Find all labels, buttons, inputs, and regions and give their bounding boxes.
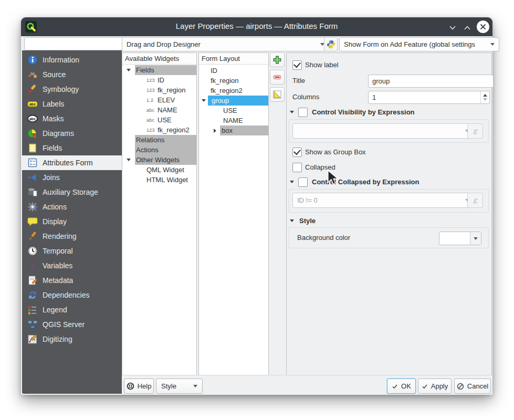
tree-item-html-widget[interactable]: HTML Widget bbox=[122, 175, 196, 185]
spin-up-icon[interactable] bbox=[483, 94, 487, 97]
style-dropdown-button[interactable]: Style bbox=[156, 379, 203, 394]
ok-button[interactable]: OK bbox=[387, 379, 416, 394]
layout-item-label: USE bbox=[223, 107, 237, 114]
collapse-triangle-icon[interactable] bbox=[290, 181, 294, 183]
sidebar-item-attributes-form[interactable]: Attributes Form bbox=[22, 155, 122, 170]
help-icon bbox=[127, 382, 134, 390]
control-visibility-checkbox[interactable] bbox=[298, 108, 308, 117]
remove-widget-button[interactable] bbox=[270, 70, 285, 85]
layout-item-label: fk_region bbox=[211, 77, 238, 85]
sidebar-item-joins[interactable]: Joins bbox=[22, 170, 122, 185]
add-widget-button[interactable] bbox=[270, 52, 285, 67]
tree-item-field[interactable]: 123fk_region bbox=[122, 85, 196, 95]
search-box[interactable] bbox=[24, 37, 129, 50]
designer-mode-value: Drag and Drop Designer bbox=[127, 40, 201, 48]
sidebar-item-metadata[interactable]: Metadata bbox=[22, 273, 122, 288]
tree-item-box[interactable]: box bbox=[199, 125, 268, 135]
control-collapsed-checkbox[interactable] bbox=[298, 177, 308, 187]
tree-group-actions[interactable]: Actions bbox=[122, 145, 196, 155]
sidebar-item-variables[interactable]: ε Variables bbox=[22, 258, 122, 273]
tree-item-qml-widget[interactable]: QML Widget bbox=[122, 165, 196, 175]
tree-item-name[interactable]: NAME bbox=[199, 116, 268, 125]
sidebar-item-qgis-server[interactable]: QGIS Server bbox=[22, 317, 122, 332]
columns-spinbox[interactable]: 1 bbox=[368, 91, 490, 104]
titlebar[interactable]: Layer Properties — airports — Attributes… bbox=[21, 17, 492, 36]
sidebar-item-information[interactable]: Information bbox=[22, 52, 122, 67]
tree-item-field[interactable]: 1.2ELEV bbox=[122, 95, 196, 105]
sidebar-item-label: Actions bbox=[43, 203, 67, 211]
spin-down-icon[interactable] bbox=[483, 98, 487, 101]
sidebar-item-symbology[interactable]: Symbology bbox=[22, 82, 122, 97]
symbology-icon bbox=[27, 84, 38, 94]
legend-icon bbox=[27, 304, 38, 315]
apply-button[interactable]: Apply bbox=[418, 379, 452, 394]
sidebar-item-label: Attributes Form bbox=[43, 159, 93, 167]
visibility-expression-builder-button[interactable]: ε bbox=[467, 123, 483, 139]
form-open-mode-select[interactable]: Show Form on Add Feature (global setting… bbox=[339, 37, 499, 51]
tree-group-label: Other Widgets bbox=[136, 156, 180, 164]
sidebar-item-actions[interactable]: Actions bbox=[22, 200, 122, 214]
sidebar-item-auxiliary-storage[interactable]: Auxiliary Storage bbox=[22, 185, 122, 200]
collapsed-expression-builder-button[interactable]: ε bbox=[467, 193, 483, 208]
tree-group-label: Actions bbox=[136, 146, 159, 154]
visibility-expression-select[interactable] bbox=[292, 123, 474, 139]
sidebar-item-digitizing[interactable]: Digitizing bbox=[22, 332, 122, 346]
expander-down-icon[interactable] bbox=[127, 159, 131, 161]
spinner-buttons[interactable] bbox=[480, 91, 489, 103]
tree-group-relations[interactable]: Relations bbox=[122, 135, 196, 145]
sidebar-item-legend[interactable]: Legend bbox=[22, 302, 122, 317]
tree-item-field[interactable]: 123fk_region2 bbox=[122, 125, 196, 135]
show-as-group-box-text: Show as Group Box bbox=[305, 148, 366, 156]
python-init-button[interactable] bbox=[324, 37, 338, 51]
shade-button[interactable] bbox=[448, 24, 457, 33]
tree-group-label: Relations bbox=[136, 136, 164, 144]
title-input[interactable] bbox=[368, 75, 494, 88]
expander-down-icon[interactable] bbox=[202, 99, 206, 102]
tree-item-id[interactable]: ID bbox=[199, 66, 268, 76]
sidebar-item-labels[interactable]: abc Labels bbox=[22, 97, 122, 111]
sidebar-item-fields[interactable]: Fields bbox=[22, 141, 122, 155]
tree-group-fields[interactable]: Fields bbox=[122, 65, 196, 75]
field-type-icon: 123 bbox=[146, 128, 158, 133]
maximize-button[interactable] bbox=[463, 24, 471, 33]
sidebar-item-masks[interactable]: abc Masks bbox=[22, 111, 122, 126]
designer-mode-select[interactable]: Drag and Drop Designer bbox=[122, 37, 329, 51]
tree-item-field[interactable]: 123ID bbox=[122, 75, 196, 85]
sidebar-item-label: Temporal bbox=[43, 247, 73, 255]
color-dropdown-button[interactable] bbox=[470, 232, 481, 245]
expander-right-icon[interactable] bbox=[214, 129, 216, 133]
sidebar-item-rendering[interactable]: Rendering bbox=[22, 229, 122, 244]
collapse-triangle-icon[interactable] bbox=[290, 219, 294, 222]
sidebar-item-display[interactable]: Display bbox=[22, 214, 122, 229]
sidebar-item-temporal[interactable]: Temporal bbox=[22, 244, 122, 258]
edit-widget-icon bbox=[272, 90, 282, 99]
tree-item-field[interactable]: abcUSE bbox=[122, 115, 196, 125]
show-as-group-box-checkbox[interactable] bbox=[292, 148, 302, 157]
show-label-checkbox[interactable] bbox=[292, 60, 302, 70]
sidebar-item-diagrams[interactable]: Diagrams bbox=[22, 126, 122, 141]
cancel-label: Cancel bbox=[467, 382, 488, 390]
tree-item-fk-region2[interactable]: fk_region2 bbox=[199, 86, 268, 96]
collapsed-checkbox[interactable] bbox=[292, 163, 302, 172]
edit-widget-button[interactable] bbox=[270, 87, 285, 102]
sidebar-item-source[interactable]: Source bbox=[22, 67, 122, 82]
control-collapsed-text: Control Collapsed by Expression bbox=[312, 178, 419, 186]
collapsed-expression-select[interactable]: ID != 0 bbox=[292, 193, 474, 208]
joins-icon bbox=[27, 172, 38, 183]
background-color-select[interactable] bbox=[439, 232, 481, 245]
tree-item-field[interactable]: abcNAME bbox=[122, 105, 196, 115]
labels-icon: abc bbox=[27, 99, 38, 109]
tree-item-group-selected[interactable]: group bbox=[199, 96, 268, 106]
sidebar-item-label: Rendering bbox=[43, 232, 77, 240]
source-icon bbox=[27, 69, 38, 80]
cancel-button[interactable]: Cancel bbox=[454, 379, 491, 394]
tree-item-use[interactable]: USE bbox=[199, 106, 268, 116]
expander-down-icon[interactable] bbox=[127, 69, 131, 71]
close-button[interactable] bbox=[477, 20, 489, 33]
sidebar-item-dependencies[interactable]: Dependencies bbox=[22, 288, 122, 302]
collapse-triangle-icon[interactable] bbox=[290, 111, 294, 113]
search-input[interactable] bbox=[31, 39, 125, 48]
tree-group-other-widgets[interactable]: Other Widgets bbox=[122, 155, 196, 165]
tree-item-fk-region[interactable]: fk_region bbox=[199, 76, 268, 86]
help-button[interactable]: Help bbox=[124, 379, 154, 394]
